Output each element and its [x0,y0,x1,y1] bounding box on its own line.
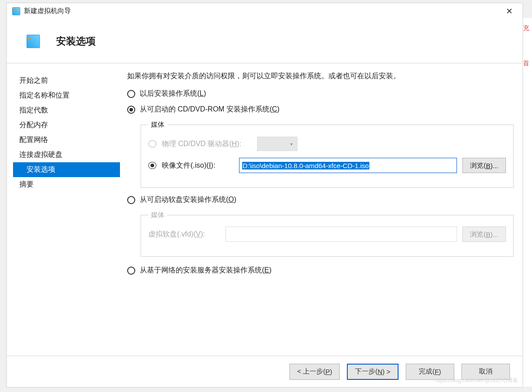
wizard-window: 新建虚拟机向导 ✕ 安装选项 开始之前 指定名称和位置 指定代数 分配内存 配置… [6,3,523,388]
option-install-floppy[interactable]: 从可启动软盘安装操作系统(O) [127,195,514,205]
previous-button[interactable]: < 上一步(P) [289,364,340,380]
page-heading: 安装选项 [56,35,96,48]
iso-path-input[interactable]: D:\iso\debian-10.8.0-amd64-xfce-CD-1.iso [239,158,457,173]
app-icon [12,7,20,15]
sidebar-item-memory[interactable]: 分配内存 [13,118,120,133]
wizard-content: 如果你拥有对安装介质的访问权限，则可以立即安装操作系统。或者也可在以后安装。 以… [120,63,523,356]
wizard-header: 安装选项 [7,19,523,63]
media-legend: 媒体 [148,120,167,129]
titlebar: 新建虚拟机向导 ✕ [7,3,523,19]
watermark-text: https://blog.csdn.net @51CTO博客 [435,377,518,384]
option-install-network[interactable]: 从基于网络的安装服务器安装操作系统(E) [127,266,514,275]
option-label: 从基于网络的安装服务器安装操作系统(E) [140,266,271,275]
vfd-path-input [226,227,457,242]
option-install-cd[interactable]: 从可启动的 CD/DVD-ROM 安装操作系统(C) [127,105,514,114]
description-text: 如果你拥有对安装介质的访问权限，则可以立即安装操作系统。或者也可在以后安装。 [127,71,514,81]
radio-icon [127,106,135,114]
option-label: 从可启动软盘安装操作系统(O) [140,195,236,205]
wizard-icon [27,35,40,48]
option-install-later[interactable]: 以后安装操作系统(L) [127,89,514,98]
radio-icon [127,90,135,98]
window-title: 新建虚拟机向导 [24,7,501,15]
sidebar-item-before-you-begin[interactable]: 开始之前 [13,73,120,88]
bg-char: 充 [523,24,532,32]
sidebar-item-install-options[interactable]: 安装选项 [13,162,120,177]
option-label: 从可启动的 CD/DVD-ROM 安装操作系统(C) [140,105,279,114]
media-group-floppy: 媒体 虚拟软盘(.vfd)(V): 浏览(B)... [141,211,514,257]
radio-iso[interactable] [148,162,156,169]
media-legend: 媒体 [148,211,167,219]
sidebar-item-name-location[interactable]: 指定名称和位置 [13,88,120,103]
next-button[interactable]: 下一步(N) > [347,364,399,380]
radio-icon [148,140,156,147]
sidebar-item-summary[interactable]: 摘要 [13,177,120,192]
sidebar-item-network[interactable]: 配置网络 [13,133,120,147]
sidebar-item-generation[interactable]: 指定代数 [13,103,120,118]
sidebar-item-vhd[interactable]: 连接虚拟硬盘 [13,147,120,162]
wizard-sidebar: 开始之前 指定名称和位置 指定代数 分配内存 配置网络 连接虚拟硬盘 安装选项 … [7,63,120,356]
media-group-cd: 媒体 物理 CD/DVD 驱动器(H): 映像文件(.iso)(I): D:\i… [141,120,514,188]
option-label: 以后安装操作系统(L) [140,89,206,98]
close-button[interactable]: ✕ [501,4,517,18]
browse-iso-button[interactable]: 浏览(B)... [462,158,506,173]
bg-char: 首 [523,59,532,67]
physical-drive-label: 物理 CD/DVD 驱动器(H): [162,139,252,149]
iso-file-label: 映像文件(.iso)(I): [162,161,234,170]
vfd-label: 虚拟软盘(.vfd)(V): [148,230,220,239]
radio-icon [127,267,135,275]
radio-icon [127,196,135,204]
physical-drive-combo [257,137,297,151]
background-edge-right: 充 首 [523,18,532,387]
browse-vfd-button: 浏览(B)... [462,227,506,242]
